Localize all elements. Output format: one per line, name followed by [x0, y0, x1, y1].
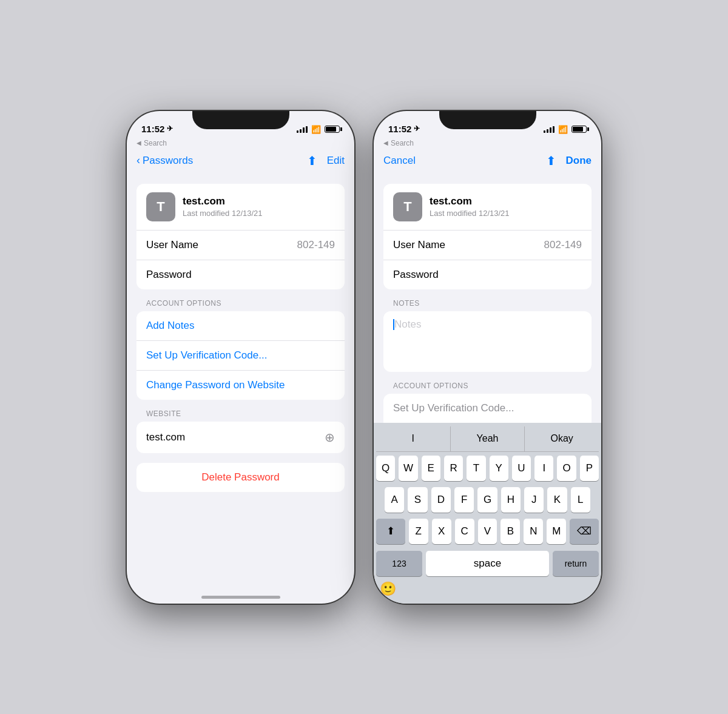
- numbers-key[interactable]: 123: [376, 551, 422, 576]
- keyboard-footer: 🙂: [376, 579, 599, 601]
- website-card: test.com ⊕: [136, 422, 345, 453]
- safari-icon[interactable]: ⊕: [325, 430, 335, 445]
- edit-button-left[interactable]: Edit: [327, 155, 345, 167]
- setup-verification-button-left[interactable]: Set Up Verification Code...: [136, 341, 345, 371]
- keyboard: I Yeah Okay Q W E R T Y U I O P A S: [374, 423, 601, 604]
- key-z[interactable]: Z: [409, 519, 428, 544]
- search-bar-right: ◀ Search: [374, 138, 601, 147]
- search-bar-left: ◀ Search: [127, 138, 354, 147]
- site-header-left: T test.com Last modified 12/13/21: [136, 184, 345, 231]
- key-o[interactable]: O: [557, 456, 576, 481]
- site-modified-right: Last modified 12/13/21: [430, 209, 510, 218]
- notes-placeholder: Notes: [394, 318, 421, 330]
- location-icon-right: ✈: [414, 124, 420, 133]
- site-info-right: test.com Last modified 12/13/21: [430, 195, 510, 218]
- done-button[interactable]: Done: [566, 155, 592, 167]
- share-icon-left[interactable]: ⬆: [307, 153, 317, 168]
- website-value: test.com: [146, 431, 185, 443]
- password-label-right: Password: [393, 269, 439, 281]
- key-t[interactable]: T: [467, 456, 485, 481]
- key-m[interactable]: M: [547, 519, 566, 544]
- key-s[interactable]: S: [408, 487, 427, 513]
- time-left: 11:52: [141, 124, 164, 134]
- site-modified-left: Last modified 12/13/21: [183, 209, 263, 218]
- wifi-icon-right: 📶: [558, 125, 568, 134]
- share-icon-right[interactable]: ⬆: [546, 153, 556, 168]
- username-value-right: 802-149: [544, 239, 582, 251]
- delete-password-button[interactable]: Delete Password: [136, 463, 345, 492]
- password-row-left[interactable]: Password: [136, 260, 345, 289]
- key-n[interactable]: N: [524, 519, 543, 544]
- site-info-left: test.com Last modified 12/13/21: [183, 195, 263, 218]
- account-options-card-right: Set Up Verification Code... Change Passw…: [383, 394, 592, 423]
- keyboard-suggestions: I Yeah Okay: [376, 426, 599, 452]
- key-p[interactable]: P: [580, 456, 599, 481]
- username-label-left: User Name: [146, 239, 198, 251]
- key-v[interactable]: V: [478, 519, 497, 544]
- key-j[interactable]: J: [524, 487, 544, 513]
- suggestion-yeah[interactable]: Yeah: [451, 426, 525, 451]
- password-row-right[interactable]: Password: [383, 260, 592, 289]
- username-row-left[interactable]: User Name 802-149: [136, 231, 345, 260]
- site-card-right: T test.com Last modified 12/13/21 User N…: [383, 184, 592, 289]
- signal-right: [544, 126, 554, 133]
- site-name-left: test.com: [183, 195, 263, 207]
- battery-right: [571, 126, 587, 133]
- username-label-right: User Name: [393, 239, 445, 251]
- key-k[interactable]: K: [547, 487, 567, 513]
- screen-left: 11:52 ✈ 📶 ◀ Search: [127, 111, 354, 604]
- account-section-label-right: ACCOUNT OPTIONS: [383, 382, 592, 394]
- nav-actions-right: ⬆ Done: [546, 153, 592, 168]
- back-button-left[interactable]: ‹ Passwords: [136, 154, 193, 167]
- key-a[interactable]: A: [385, 487, 404, 513]
- nav-bar-left: ‹ Passwords ⬆ Edit: [127, 147, 354, 174]
- website-row: test.com ⊕: [136, 422, 345, 453]
- add-notes-button[interactable]: Add Notes: [136, 311, 345, 341]
- content-right: T test.com Last modified 12/13/21 User N…: [374, 174, 601, 423]
- key-e[interactable]: E: [422, 456, 440, 481]
- key-l[interactable]: L: [571, 487, 590, 513]
- shift-key[interactable]: ⬆: [376, 519, 405, 544]
- key-i[interactable]: I: [534, 456, 553, 481]
- key-y[interactable]: Y: [490, 456, 508, 481]
- backspace-key[interactable]: ⌫: [570, 519, 599, 544]
- site-name-right: test.com: [430, 195, 510, 207]
- username-value-left: 802-149: [297, 239, 335, 251]
- delete-card: Delete Password: [136, 463, 345, 492]
- nav-bar-right: Cancel ⬆ Done: [374, 147, 601, 174]
- screen-right: 11:52 ✈ 📶 ◀ Search Ca: [374, 111, 601, 604]
- key-d[interactable]: D: [431, 487, 451, 513]
- key-r[interactable]: R: [444, 456, 463, 481]
- setup-verification-button-right[interactable]: Set Up Verification Code...: [383, 394, 592, 423]
- key-f[interactable]: F: [454, 487, 474, 513]
- site-icon-right: T: [393, 192, 422, 221]
- notes-card[interactable]: Notes: [383, 311, 592, 372]
- key-h[interactable]: H: [501, 487, 521, 513]
- suggestion-okay[interactable]: Okay: [525, 426, 599, 451]
- back-chevron-left: ‹: [136, 154, 140, 167]
- location-icon-left: ✈: [167, 124, 173, 133]
- right-phone: 11:52 ✈ 📶 ◀ Search Ca: [374, 111, 601, 604]
- change-password-button-left[interactable]: Change Password on Website: [136, 371, 345, 400]
- key-g[interactable]: G: [477, 487, 497, 513]
- key-q[interactable]: Q: [376, 456, 395, 481]
- account-options-card-left: Add Notes Set Up Verification Code... Ch…: [136, 311, 345, 400]
- key-x[interactable]: X: [432, 519, 451, 544]
- content-left: T test.com Last modified 12/13/21 User N…: [127, 174, 354, 583]
- keyboard-bottom-row: 123 space return: [376, 550, 599, 577]
- key-w[interactable]: W: [399, 456, 417, 481]
- key-b[interactable]: B: [500, 519, 520, 544]
- suggestion-i[interactable]: I: [376, 426, 451, 451]
- return-key[interactable]: return: [553, 551, 599, 576]
- cancel-button[interactable]: Cancel: [383, 155, 416, 167]
- notch-right: [439, 111, 536, 129]
- space-key[interactable]: space: [426, 551, 549, 576]
- wifi-icon-left: 📶: [311, 125, 321, 134]
- key-u[interactable]: U: [512, 456, 531, 481]
- username-row-right[interactable]: User Name 802-149: [383, 231, 592, 260]
- keyboard-row-3: ⬆ Z X C V B N M ⌫: [376, 519, 599, 544]
- key-c[interactable]: C: [455, 519, 474, 544]
- site-icon-left: T: [146, 192, 175, 221]
- emoji-icon[interactable]: 🙂: [380, 581, 396, 597]
- left-phone: 11:52 ✈ 📶 ◀ Search: [127, 111, 354, 604]
